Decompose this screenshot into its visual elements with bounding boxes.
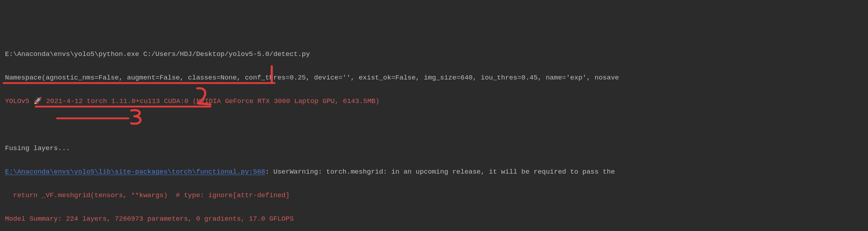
console-line-command: E:\Anaconda\envs\yolo5\python.exe C:/Use… (5, 48, 868, 60)
console-line-namespace: Namespace(agnostic_nms=False, augment=Fa… (5, 72, 868, 84)
console-line-model-summary: Model Summary: 224 layers, 7266973 param… (5, 213, 868, 225)
file-link[interactable]: E:\Anaconda\envs\yolo5\lib\site-packages… (5, 168, 265, 176)
console-line-warning: E:\Anaconda\envs\yolo5\lib\site-packages… (5, 166, 868, 178)
console-line-blank (5, 119, 868, 131)
console-line-yolov5-banner: YOLOv5 🚀 2021-4-12 torch 1.11.0+cu113 CU… (5, 96, 868, 107)
console-line-fusing: Fusing layers... (5, 143, 868, 154)
warning-text: : UserWarning: torch.meshgrid: in an upc… (265, 168, 619, 176)
console-line-return: return _VF.meshgrid(tensors, **kwargs) #… (5, 190, 868, 201)
